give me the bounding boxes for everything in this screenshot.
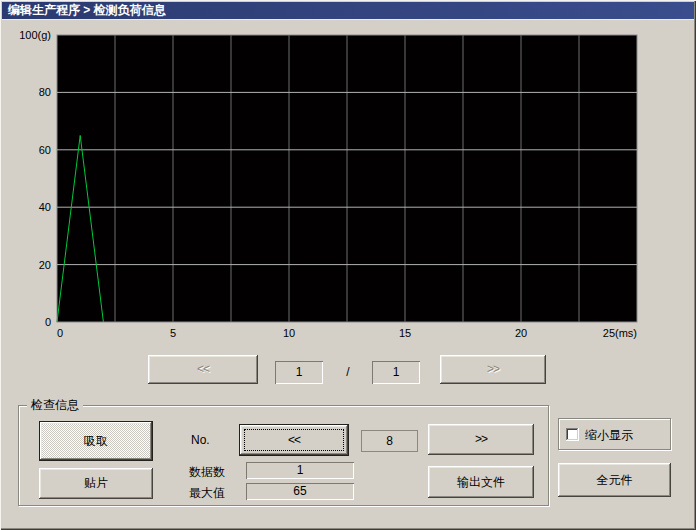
svg-text:100(g): 100(g)	[19, 29, 51, 41]
svg-text:0: 0	[57, 327, 63, 339]
load-info-dialog: { "title_bar": { "title": "编辑生产程序 > 检测负荷…	[0, 0, 696, 530]
page-next-button[interactable]: >>	[440, 355, 546, 384]
svg-text:40: 40	[39, 201, 51, 213]
page-total-field: 1	[372, 361, 420, 384]
place-toggle-button[interactable]: 贴片	[39, 468, 153, 499]
svg-text:80: 80	[39, 86, 51, 98]
page-current-field[interactable]: 1	[275, 361, 323, 384]
shrink-display-panel: 缩小显示	[558, 418, 671, 450]
svg-text:15: 15	[399, 327, 411, 339]
no-label: No.	[191, 433, 210, 447]
data-count-label: 数据数	[189, 464, 225, 481]
output-file-button[interactable]: 输出文件	[428, 466, 534, 498]
load-chart: 020406080100(g)0510152025(ms)	[0, 0, 696, 350]
svg-text:60: 60	[39, 144, 51, 156]
shrink-display-label: 缩小显示	[585, 427, 633, 444]
svg-text:10: 10	[283, 327, 295, 339]
groupbox-title: 检查信息	[27, 397, 83, 414]
no-next-button[interactable]: >>	[428, 424, 534, 455]
max-value-field: 65	[246, 483, 354, 500]
pick-toggle-button[interactable]: 吸取	[39, 421, 153, 461]
no-value-field[interactable]: 8	[361, 430, 418, 452]
svg-text:5: 5	[170, 327, 176, 339]
page-prev-button[interactable]: <<	[148, 355, 258, 384]
data-count-field: 1	[246, 462, 354, 479]
svg-text:25(ms): 25(ms)	[603, 327, 637, 339]
shrink-display-checkbox[interactable]	[566, 428, 579, 441]
page-separator: /	[340, 365, 356, 379]
svg-text:20: 20	[39, 259, 51, 271]
svg-text:0: 0	[45, 316, 51, 328]
inspect-info-groupbox: 检查信息 吸取 贴片 No. << 8 >> 数据数 1 最大值 65 输出文件	[18, 405, 549, 506]
svg-text:20: 20	[515, 327, 527, 339]
max-value-label: 最大值	[189, 485, 225, 502]
all-parts-button[interactable]: 全元件	[558, 463, 671, 497]
no-prev-button[interactable]: <<	[239, 424, 349, 456]
